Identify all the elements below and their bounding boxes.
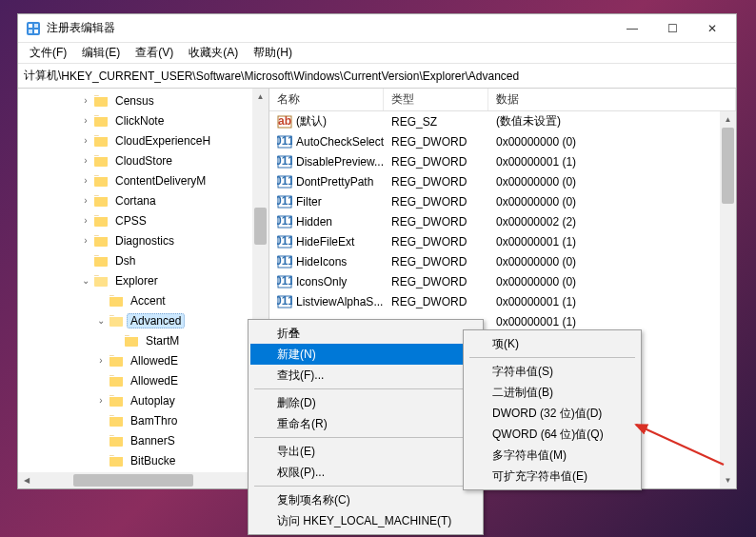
ctx-goto-hklm[interactable]: 访问 HKEY_LOCAL_MACHINE(T)	[250, 510, 481, 531]
tree-item-allowedenumeration2[interactable]: AllowedE	[18, 370, 269, 390]
ctx-find[interactable]: 查找(F)...	[250, 365, 481, 386]
list-row[interactable]: 011ListviewAlphaS...REG_DWORD0x00000001 …	[269, 291, 736, 311]
menu-help[interactable]: 帮助(H)	[246, 43, 300, 63]
tree-item-clicknote[interactable]: ›ClickNote	[18, 110, 269, 130]
chevron-right-icon[interactable]: ›	[79, 135, 92, 146]
ctx-copy-key-name[interactable]: 复制项名称(C)	[250, 489, 481, 510]
tree-item-diagnostics[interactable]: ›Diagnostics	[18, 230, 269, 250]
chevron-right-icon[interactable]: ›	[79, 195, 92, 206]
value-type: REG_DWORD	[384, 275, 488, 288]
chevron-right-icon[interactable]: ›	[94, 395, 108, 406]
ctx-export[interactable]: 导出(E)	[250, 441, 481, 462]
tree-item-dsh[interactable]: Dsh	[18, 250, 269, 270]
scroll-thumb[interactable]	[254, 208, 267, 245]
menu-favorites[interactable]: 收藏夹(A)	[181, 43, 246, 63]
tree-item-label: BitBucke	[127, 453, 179, 468]
tree-item-allowedenumeration[interactable]: ›AllowedE	[18, 350, 269, 370]
tree-item-autoplayhandlers[interactable]: ›Autoplay	[18, 390, 269, 410]
scroll-left-icon[interactable]: ◀	[18, 472, 34, 488]
list-row[interactable]: 011HiddenREG_DWORD0x00000002 (2)	[269, 211, 736, 231]
sub-string[interactable]: 字符串值(S)	[466, 361, 639, 382]
column-data[interactable]: 数据	[488, 89, 736, 110]
folder-icon	[109, 414, 124, 428]
tree-item-contentdeliverymanager[interactable]: ›ContentDeliveryM	[18, 170, 269, 190]
ctx-delete[interactable]: 删除(D)	[250, 392, 481, 413]
tree-item-census[interactable]: ›Census	[18, 90, 269, 110]
dword-value-icon: 011	[277, 154, 292, 169]
tree-item-cpss[interactable]: ›CPSS	[18, 210, 269, 230]
scroll-down-icon[interactable]: ▼	[720, 472, 736, 488]
list-row[interactable]: 011HideFileExtREG_DWORD0x00000001 (1)	[269, 231, 736, 251]
close-button[interactable]: ✕	[692, 15, 732, 42]
sub-multi-string[interactable]: 多字符串值(M)	[466, 445, 639, 466]
tree-item-advanced[interactable]: ⌄Advanced	[18, 310, 269, 330]
list-row[interactable]: 011HideIconsREG_DWORD0x00000000 (0)	[269, 251, 736, 271]
tree-item-bannerstore[interactable]: BannerS	[18, 430, 269, 450]
sub-key[interactable]: 项(K)	[466, 333, 639, 354]
chevron-right-icon[interactable]: ›	[79, 235, 92, 246]
chevron-right-icon[interactable]: ›	[94, 355, 108, 366]
folder-icon	[93, 134, 109, 148]
tree-item-accent[interactable]: Accent	[18, 290, 269, 310]
sub-binary[interactable]: 二进制值(B)	[466, 382, 639, 403]
list-row[interactable]: 011DisablePreview...REG_DWORD0x00000001 …	[269, 151, 736, 171]
list-row[interactable]: 011DontPrettyPathREG_DWORD0x00000000 (0)	[269, 171, 736, 191]
tree-scrollbar-h[interactable]: ◀ ▶	[18, 472, 269, 488]
column-type[interactable]: 类型	[384, 89, 488, 110]
svg-text:011: 011	[277, 274, 292, 288]
list-row[interactable]: 011FilterREG_DWORD0x00000000 (0)	[269, 191, 736, 211]
value-type: REG_DWORD	[384, 255, 488, 268]
address-prefix: 计算机\	[24, 68, 61, 84]
chevron-down-icon[interactable]: ⌄	[79, 275, 92, 286]
chevron-down-icon[interactable]: ⌄	[94, 315, 108, 326]
scroll-thumb[interactable]	[722, 128, 734, 204]
dword-value-icon: 011	[277, 174, 292, 189]
app-icon	[26, 21, 41, 36]
tree-item-label: Dsh	[111, 253, 139, 268]
maximize-button[interactable]: ☐	[652, 15, 692, 42]
value-data: 0x00000001 (1)	[488, 295, 736, 308]
scroll-up-icon[interactable]: ▲	[720, 111, 736, 128]
tree-item-label: AllowedE	[127, 353, 182, 368]
titlebar[interactable]: 注册表编辑器 — ☐ ✕	[18, 14, 736, 43]
address-bar[interactable]: 计算机\HKEY_CURRENT_USER\Software\Microsoft…	[18, 64, 736, 89]
tree-item-cloudexperiencehost[interactable]: ›CloudExperienceH	[18, 130, 269, 150]
ctx-new[interactable]: 新建(N)▶	[250, 344, 481, 365]
sub-expand-string[interactable]: 可扩充字符串值(E)	[466, 466, 639, 487]
tree-item-startmenu[interactable]: StartM	[18, 330, 269, 350]
tree-item-bitbucket[interactable]: BitBucke	[18, 450, 269, 470]
menu-edit[interactable]: 编辑(E)	[74, 43, 128, 63]
tree-item-label: BamThro	[127, 413, 181, 428]
scroll-thumb-h[interactable]	[73, 474, 193, 487]
sub-dword[interactable]: DWORD (32 位)值(D)	[466, 403, 639, 424]
menu-file[interactable]: 文件(F)	[22, 43, 74, 63]
annotation-arrow-icon	[628, 417, 733, 474]
svg-rect-4	[34, 30, 38, 33]
tree-item-explorer[interactable]: ⌄Explorer	[18, 270, 269, 290]
tree-item-cloudstore[interactable]: ›CloudStore	[18, 150, 269, 170]
chevron-right-icon[interactable]: ›	[79, 155, 92, 166]
list-row[interactable]: ab(默认)REG_SZ(数值未设置)	[269, 111, 736, 131]
chevron-right-icon[interactable]: ›	[79, 95, 92, 106]
list-row[interactable]: 011AutoCheckSelectREG_DWORD0x00000000 (0…	[269, 131, 736, 151]
separator	[469, 357, 635, 358]
tree-item-cortana[interactable]: ›Cortana	[18, 190, 269, 210]
sub-qword[interactable]: QWORD (64 位)值(Q)	[466, 424, 639, 445]
key-tree[interactable]: ›Census›ClickNote›CloudExperienceH›Cloud…	[18, 89, 269, 488]
value-type: REG_DWORD	[384, 235, 488, 249]
scroll-up-icon[interactable]: ▲	[252, 89, 269, 105]
ctx-rename[interactable]: 重命名(R)	[250, 413, 481, 434]
list-row[interactable]: 011IconsOnlyREG_DWORD0x00000000 (0)	[269, 271, 736, 291]
menu-view[interactable]: 查看(V)	[128, 43, 181, 63]
folder-icon	[109, 354, 124, 368]
list-header[interactable]: 名称 类型 数据	[269, 89, 736, 111]
minimize-button[interactable]: —	[612, 15, 652, 42]
chevron-right-icon[interactable]: ›	[79, 215, 92, 226]
column-name[interactable]: 名称	[269, 89, 384, 110]
ctx-collapse[interactable]: 折叠	[250, 323, 481, 344]
value-data: 0x00000000 (0)	[488, 275, 736, 288]
chevron-right-icon[interactable]: ›	[79, 115, 92, 126]
tree-item-bamthrottling[interactable]: BamThro	[18, 410, 269, 430]
ctx-permissions[interactable]: 权限(P)...	[250, 462, 481, 483]
chevron-right-icon[interactable]: ›	[79, 175, 92, 186]
